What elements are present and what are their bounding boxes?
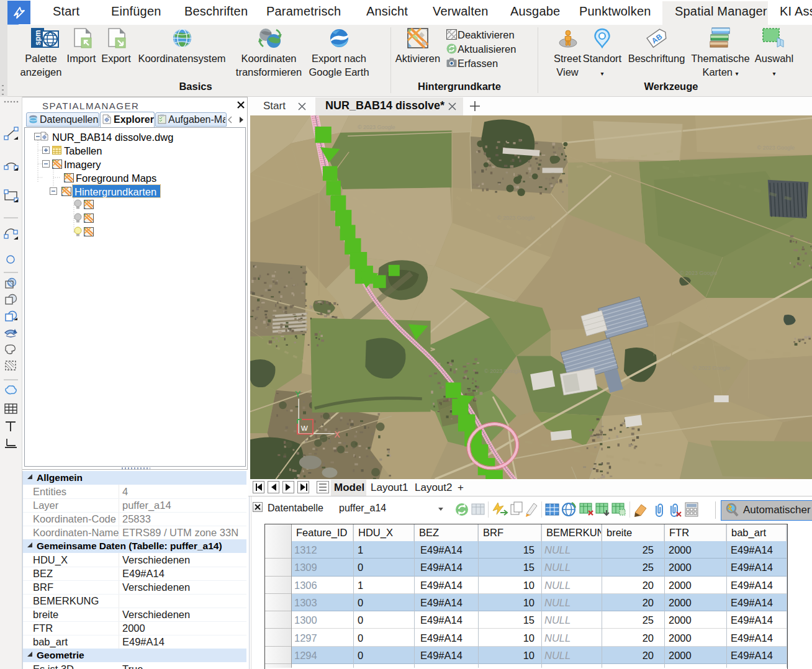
svg-text:W: W <box>301 424 309 432</box>
svg-text:spm: spm <box>34 30 42 45</box>
svg-text:Y: Y <box>295 389 300 399</box>
svg-text:X: X <box>335 429 340 439</box>
